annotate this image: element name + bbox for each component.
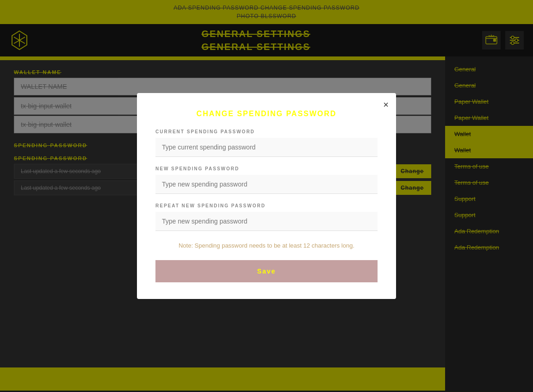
current-password-input[interactable] xyxy=(155,138,378,157)
change-password-modal: × CHANGE SPENDING PASSWORD CURRENT SPEND… xyxy=(137,93,396,299)
modal-note: Note: Spending password needs to be at l… xyxy=(155,242,378,249)
current-password-label: CURRENT SPENDING PASSWORD xyxy=(155,129,378,134)
new-password-label: NEW SPENDING PASSWORD xyxy=(155,166,378,171)
modal-close-button[interactable]: × xyxy=(383,100,389,110)
modal-overlay[interactable]: × CHANGE SPENDING PASSWORD CURRENT SPEND… xyxy=(0,0,533,392)
modal-save-button[interactable]: Save xyxy=(155,260,378,282)
new-password-input[interactable] xyxy=(155,175,378,194)
repeat-password-label: REPEAT NEW SPENDING PASSWORD xyxy=(155,203,378,208)
repeat-password-input[interactable] xyxy=(155,212,378,231)
modal-title: CHANGE SPENDING PASSWORD xyxy=(155,110,378,118)
